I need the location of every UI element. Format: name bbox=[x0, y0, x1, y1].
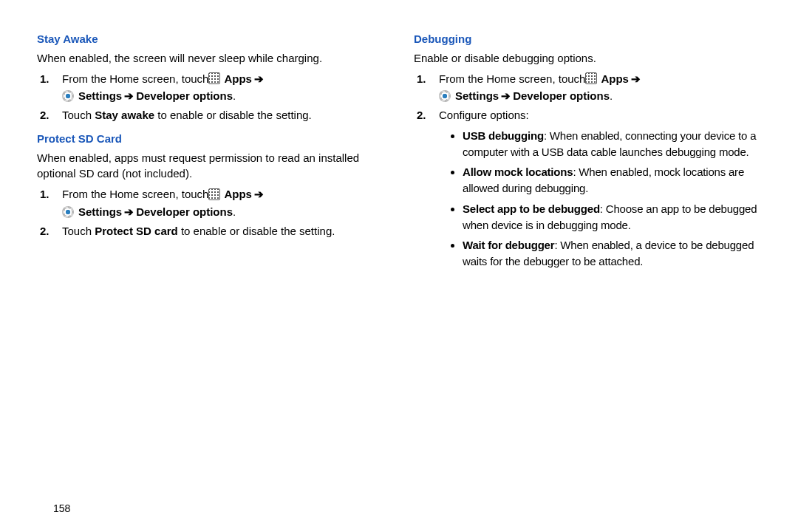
action-term: Protect SD card bbox=[95, 225, 178, 237]
apps-icon bbox=[208, 72, 220, 84]
list-item: Select app to be debugged: Choose an app… bbox=[463, 201, 761, 233]
settings-icon bbox=[62, 206, 74, 218]
nav-path: Settings ➔ Developer options. bbox=[439, 88, 761, 104]
step-item: 1. From the Home screen, touch Apps ➔ Se… bbox=[62, 186, 384, 220]
list-item: Wait for debugger: When enabled, a devic… bbox=[463, 237, 761, 270]
protect-sd-description: When enabled, apps must request permissi… bbox=[37, 150, 384, 183]
step-text: From the Home screen, touch bbox=[439, 71, 585, 87]
page-number: 158 bbox=[53, 502, 70, 514]
nav-path: From the Home screen, touch Apps ➔ bbox=[62, 71, 384, 87]
step-item: 1. From the Home screen, touch Apps ➔ Se… bbox=[62, 71, 384, 105]
devopts-label: Developer options bbox=[513, 88, 610, 104]
list-item: Allow mock locations: When enabled, mock… bbox=[463, 164, 761, 197]
step-item: 2. Touch Protect SD card to enable or di… bbox=[62, 223, 384, 239]
nav-path: From the Home screen, touch Apps ➔ bbox=[439, 71, 761, 87]
option-term: Allow mock locations bbox=[463, 166, 573, 178]
step-text: From the Home screen, touch bbox=[62, 71, 208, 87]
stay-awake-steps: 1. From the Home screen, touch Apps ➔ Se… bbox=[37, 71, 384, 123]
option-term: USB debugging bbox=[463, 129, 544, 142]
step-item: 1. From the Home screen, touch Apps ➔ Se… bbox=[439, 71, 761, 105]
option-term: Wait for debugger bbox=[463, 239, 554, 251]
arrow-icon: ➔ bbox=[122, 204, 136, 220]
step-number: 1. bbox=[417, 71, 426, 87]
apps-icon bbox=[208, 188, 220, 200]
debugging-steps: 1. From the Home screen, touch Apps ➔ Se… bbox=[414, 71, 761, 270]
protect-sd-steps: 1. From the Home screen, touch Apps ➔ Se… bbox=[37, 186, 384, 239]
step-text: Configure options: bbox=[439, 109, 529, 121]
step-text: Touch bbox=[62, 109, 95, 121]
nav-path: Settings ➔ Developer options. bbox=[62, 204, 384, 220]
nav-path: From the Home screen, touch Apps ➔ bbox=[62, 186, 384, 202]
devopts-label: Developer options bbox=[136, 88, 233, 104]
left-column: Stay Awake When enabled, the screen will… bbox=[37, 28, 384, 277]
step-number: 2. bbox=[417, 107, 426, 123]
apps-label: Apps bbox=[224, 71, 252, 87]
debugging-description: Enable or disable debugging options. bbox=[414, 50, 761, 66]
step-text: From the Home screen, touch bbox=[62, 186, 208, 202]
heading-stay-awake: Stay Awake bbox=[37, 31, 384, 47]
step-number: 2. bbox=[40, 223, 50, 239]
arrow-icon: ➔ bbox=[252, 71, 266, 87]
nav-path: Settings ➔ Developer options. bbox=[62, 88, 384, 104]
settings-icon bbox=[439, 90, 451, 102]
step-number: 1. bbox=[40, 71, 50, 87]
apps-label: Apps bbox=[601, 71, 629, 87]
stay-awake-description: When enabled, the screen will never slee… bbox=[37, 50, 384, 66]
right-column: Debugging Enable or disable debugging op… bbox=[414, 28, 761, 277]
arrow-icon: ➔ bbox=[499, 88, 513, 104]
option-term: Select app to be debugged bbox=[463, 202, 600, 215]
devopts-label: Developer options bbox=[136, 204, 233, 220]
settings-icon bbox=[62, 90, 74, 102]
debugging-options-list: USB debugging: When enabled, connecting … bbox=[439, 128, 761, 270]
settings-label: Settings bbox=[455, 88, 499, 104]
step-number: 2. bbox=[40, 107, 50, 123]
apps-icon bbox=[585, 72, 597, 84]
apps-label: Apps bbox=[224, 186, 252, 202]
heading-debugging: Debugging bbox=[414, 31, 761, 47]
step-item: 2. Configure options: USB debugging: Whe… bbox=[439, 107, 761, 270]
action-term: Stay awake bbox=[95, 109, 154, 121]
manual-page: Stay Awake When enabled, the screen will… bbox=[0, 0, 798, 277]
list-item: USB debugging: When enabled, connecting … bbox=[463, 128, 761, 160]
arrow-icon: ➔ bbox=[629, 71, 643, 87]
heading-protect-sd: Protect SD Card bbox=[37, 131, 384, 147]
settings-label: Settings bbox=[78, 204, 122, 220]
step-item: 2. Touch Stay awake to enable or disable… bbox=[62, 107, 384, 123]
step-number: 1. bbox=[40, 186, 50, 202]
step-text: Touch bbox=[62, 225, 95, 237]
step-text: to enable or disable the setting. bbox=[178, 225, 335, 237]
arrow-icon: ➔ bbox=[122, 88, 136, 104]
settings-label: Settings bbox=[78, 88, 122, 104]
arrow-icon: ➔ bbox=[252, 186, 266, 202]
step-text: to enable or disable the setting. bbox=[154, 109, 312, 121]
